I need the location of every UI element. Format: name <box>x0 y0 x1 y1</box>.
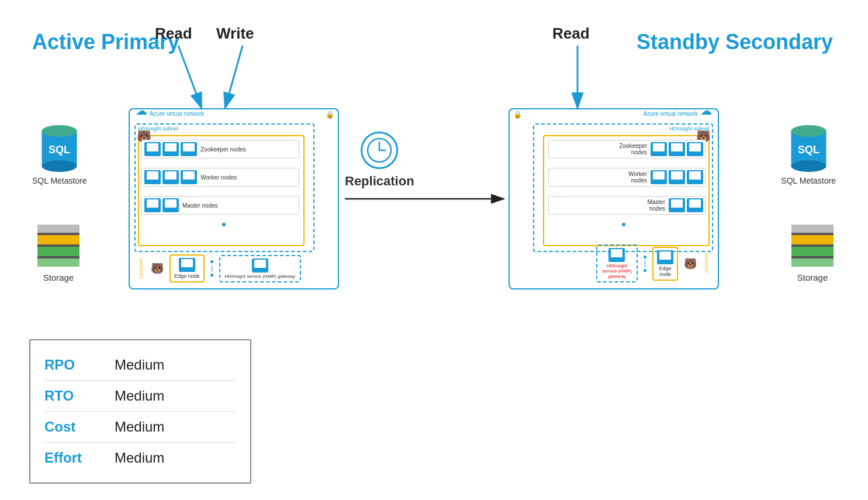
hdinsight-subnet-label-right: HDInsight subnet <box>534 125 712 133</box>
metric-key-rto: RTO <box>44 388 97 404</box>
main-container: Active Primary Standby Secondary Read Wr… <box>0 0 868 500</box>
lock-icon-right: 🔒 <box>513 111 522 119</box>
hadoop-badge-left: HADOOP <box>139 258 144 279</box>
metric-val-rto: Medium <box>115 388 164 404</box>
vm-box-rzk2: MV <box>669 142 685 156</box>
svg-rect-18 <box>37 258 79 267</box>
connector-dot-left <box>222 223 226 226</box>
svg-rect-17 <box>37 247 79 256</box>
vm-gateway-right: MV <box>608 248 625 262</box>
metric-key-cost: Cost <box>44 419 97 435</box>
cloud-icon-left: ☁ <box>136 104 147 118</box>
worker-row-right: MV MV MV Workernodes <box>548 168 706 187</box>
storage-left: Storage <box>35 222 82 282</box>
vm-box-wk2: VM <box>162 170 179 184</box>
metric-row-cost: Cost Medium <box>44 412 236 443</box>
bottom-cluster-right: HADOOP 🐻 MV Edgenode <box>596 244 709 282</box>
svg-rect-26 <box>791 235 834 244</box>
svg-text:SQL: SQL <box>49 144 70 156</box>
replication-clock <box>361 132 398 169</box>
master-label: Master nodes <box>182 202 218 209</box>
edge-node-box-left: VM Edge node <box>170 254 205 282</box>
metric-row-effort: Effort Medium <box>44 443 236 473</box>
metric-val-effort: Medium <box>115 450 164 466</box>
zookeeper-row-right: MV MV MV Zookeepernodes <box>548 140 706 158</box>
azure-vnet-label-left: Azure virtual network <box>150 111 204 117</box>
metric-key-rpo: RPO <box>44 357 97 373</box>
hdinsight-subnet-label-left: HDInsight subnet <box>136 125 313 133</box>
azure-vnet-label-right: Azure virtual network <box>644 111 698 117</box>
metric-val-rpo: Medium <box>115 357 164 373</box>
svg-rect-15 <box>37 225 79 233</box>
standby-secondary-label: Standby Secondary <box>637 29 833 54</box>
worker-row: VM VM VM Worker nodes <box>141 168 299 187</box>
bear-icon-bottom-right: 🐻 <box>684 257 697 270</box>
vm-box-zk3: VM <box>181 142 197 156</box>
svg-point-13 <box>42 125 77 137</box>
read-label-right: Read <box>552 25 590 43</box>
read-label-left: Read <box>155 25 192 43</box>
edge-node-box-right: MV Edgenode <box>652 247 678 281</box>
svg-rect-27 <box>791 247 834 256</box>
master-label-right: Masternodes <box>647 199 665 212</box>
azure-vnet-left: ☁ Azure virtual network 🔒 HDInsight subn… <box>129 108 339 289</box>
azure-vnet-right: ☁ Azure virtual network 🔒 HDInsight subn… <box>509 108 719 289</box>
svg-line-0 <box>178 46 202 108</box>
zookeeper-label: Zookeeper nodes <box>200 146 246 153</box>
vm-box-rmk1: MV <box>669 198 685 212</box>
hadoop-badge-right: HADOOP <box>704 253 709 274</box>
storage-label-left: Storage <box>43 273 74 282</box>
metric-val-cost: Medium <box>115 419 164 435</box>
svg-line-1 <box>225 46 243 108</box>
sql-cylinder-left: SQL <box>37 123 81 173</box>
vm-box-rwk2: MV <box>669 170 685 184</box>
hdinsight-gateway-label-left: HDInsight service (HMR) gateway <box>225 274 295 279</box>
storage-svg-left <box>35 222 82 269</box>
svg-rect-25 <box>791 225 834 233</box>
vm-gateway-left: VM <box>252 258 268 273</box>
vm-box-mk2: VM <box>162 198 179 212</box>
worker-label-right: Workernodes <box>628 171 647 184</box>
svg-point-21 <box>791 160 826 172</box>
vm-box-rmk2: MV <box>687 198 703 212</box>
vm-edge-left: VM <box>179 258 195 272</box>
write-label: Write <box>216 25 254 43</box>
replication-label: Replication <box>345 174 414 189</box>
vm-box-wk1: VM <box>144 170 161 184</box>
master-row-right: MV MV Masternodes <box>548 196 706 215</box>
sql-metastore-label-left: SQL Metastore <box>32 176 87 185</box>
storage-svg-right <box>789 222 836 269</box>
svg-rect-28 <box>791 258 834 267</box>
master-row: VM VM Master nodes <box>141 196 299 215</box>
hdinsight-subnet-left: HDInsight subnet 🐻 VM VM <box>134 123 314 252</box>
connector-dot-right <box>622 223 625 226</box>
hdinsight-subnet-right: HDInsight subnet 🐻 MV MV <box>533 123 713 252</box>
edge-node-label-right: Edgenode <box>659 265 671 277</box>
sql-cylinder-right: SQL <box>787 123 831 173</box>
vm-box-rwk1: MV <box>651 170 667 184</box>
edge-node-label-left: Edge node <box>174 273 200 279</box>
dots-connector-left <box>210 260 213 277</box>
vm-box-mk1: VM <box>144 198 161 212</box>
hdinsight-gateway-left: VM HDInsight service (HMR) gateway <box>219 255 301 282</box>
hdinsight-gateway-label-right: HDInsightservice (HMR)gateway <box>602 263 632 279</box>
svg-text:SQL: SQL <box>798 144 819 156</box>
storage-label-right: Storage <box>797 273 828 282</box>
sql-metastore-left: SQL SQL Metastore <box>32 123 87 185</box>
metric-key-effort: Effort <box>44 450 97 466</box>
zookeeper-row: VM VM VM Zookeeper nodes <box>141 140 299 158</box>
metric-row-rpo: RPO Medium <box>44 350 236 381</box>
vm-box-wk3: VM <box>181 170 197 184</box>
worker-label: Worker nodes <box>200 174 237 181</box>
lock-icon-left: 🔒 <box>326 111 334 119</box>
vm-box-zk1: VM <box>144 142 161 156</box>
replication-area: Replication <box>345 132 414 189</box>
cluster-right: ☁ Azure virtual network 🔒 HDInsight subn… <box>509 108 719 289</box>
sql-metastore-right: SQL SQL Metastore <box>781 123 836 185</box>
svg-point-23 <box>791 125 826 137</box>
clock-svg <box>365 136 393 164</box>
cluster-left: ☁ Azure virtual network 🔒 HDInsight subn… <box>129 108 339 289</box>
cloud-icon-right: ☁ <box>700 104 712 118</box>
zookeeper-label-right: Zookeepernodes <box>619 143 647 156</box>
vm-box-rzk3: MV <box>687 142 703 156</box>
